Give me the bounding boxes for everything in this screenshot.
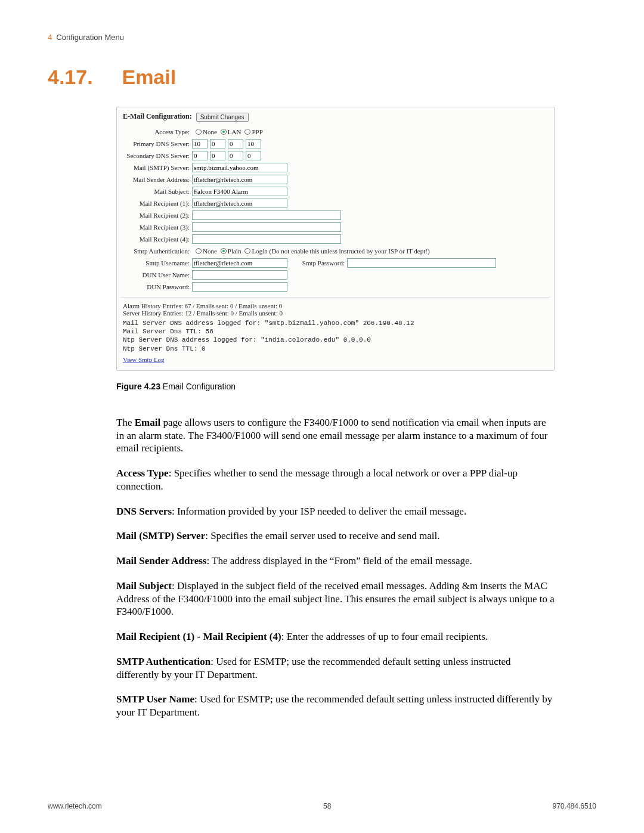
section-title: Email: [122, 66, 176, 88]
dun-user-input[interactable]: [192, 270, 287, 280]
dun-user-label: DUN User Name:: [123, 271, 192, 278]
dun-pass-input[interactable]: [192, 282, 287, 292]
smtp-auth-login-label: Login: [252, 247, 267, 255]
rcpt4-input[interactable]: [192, 234, 341, 244]
subject-label: Mail Subject:: [123, 188, 192, 195]
smtp-auth-plain-radio[interactable]: [221, 248, 227, 254]
p7-b: : Enter the addresses of up to four emai…: [281, 631, 488, 642]
smtp-auth-plain-label: Plain: [228, 247, 242, 255]
page-footer: www.rletech.com 58 970.484.6510: [48, 802, 596, 810]
alarm-history-status: Alarm History Entries: 67 / Emails sent:…: [123, 302, 548, 309]
access-type-none-radio[interactable]: [196, 129, 202, 135]
access-type-lan-radio[interactable]: [221, 129, 227, 135]
secondary-dns-3[interactable]: [228, 151, 243, 160]
view-smtp-log-link[interactable]: View Smtp Log: [123, 356, 165, 363]
server-history-status: Server History Entries: 12 / Emails sent…: [123, 309, 548, 317]
p5-b: : The address displayed in the “From” fi…: [206, 555, 472, 566]
smtp-server-input[interactable]: [192, 163, 287, 172]
smtp-pass-input[interactable]: [347, 258, 496, 268]
body-text: The Email page allows users to configure…: [116, 416, 555, 719]
rcpt1-input[interactable]: [192, 199, 287, 208]
dun-pass-label: DUN Password:: [123, 283, 192, 290]
rcpt4-label: Mail Recipient (4):: [123, 236, 192, 243]
smtp-user-input[interactable]: [192, 258, 287, 268]
p7-a: Mail Recipient (1) - Mail Recipient (4): [116, 631, 281, 642]
p4-a: Mail (SMTP) Server: [116, 530, 205, 541]
smtp-auth-login-radio[interactable]: [244, 248, 250, 254]
sender-label: Mail Sender Address:: [123, 176, 192, 183]
rcpt2-input[interactable]: [192, 210, 341, 220]
access-type-lan-label: LAN: [228, 128, 242, 135]
smtp-user-label: Smtp Username:: [123, 259, 192, 267]
rcpt3-label: Mail Recipient (3):: [123, 224, 192, 231]
smtp-auth-label: Smtp Authentication:: [123, 247, 192, 255]
p4-b: : Specifies the email server used to rec…: [205, 530, 439, 541]
primary-dns-label: Primary DNS Server:: [123, 140, 192, 147]
access-type-none-label: None: [203, 128, 217, 135]
p6-b: : Displayed in the subject field of the …: [116, 580, 555, 618]
footer-right: 970.484.6510: [553, 802, 596, 810]
primary-dns-1[interactable]: [192, 139, 208, 148]
chapter-number: 4: [48, 33, 52, 42]
section-heading: 4.17. Email: [48, 66, 596, 89]
subject-input[interactable]: [192, 187, 287, 196]
figure-label: Figure 4.23: [116, 382, 160, 391]
smtp-auth-none-label: None: [203, 247, 217, 255]
panel-title: E-Mail Configuration:: [123, 112, 192, 120]
smtp-auth-none-radio[interactable]: [196, 248, 202, 254]
p9-a: SMTP User Name: [116, 693, 194, 705]
chapter-title: Configuration Menu: [56, 33, 123, 42]
access-type-ppp-radio[interactable]: [244, 129, 250, 135]
figure-caption-text: Email Configuration: [163, 382, 236, 391]
rcpt3-input[interactable]: [192, 222, 341, 232]
smtp-server-label: Mail (SMTP) Server:: [123, 164, 192, 171]
p3-b: : Information provided by your ISP neede…: [172, 506, 466, 517]
primary-dns-4[interactable]: [246, 139, 261, 148]
p1-a: The: [116, 417, 135, 428]
primary-dns-3[interactable]: [228, 139, 243, 148]
p2-b: : Specifies whether to send the message …: [116, 467, 518, 492]
rcpt1-label: Mail Recipient (1):: [123, 200, 192, 207]
p2-a: Access Type: [116, 467, 169, 479]
p1-c: page allows users to configure the F3400…: [116, 417, 547, 454]
smtp-pass-label: Smtp Password:: [287, 259, 347, 267]
p5-a: Mail Sender Address: [116, 555, 206, 566]
sender-input[interactable]: [192, 175, 287, 184]
secondary-dns-2[interactable]: [210, 151, 225, 160]
footer-left: www.rletech.com: [48, 802, 102, 810]
submit-changes-button[interactable]: Submit Changes: [196, 113, 249, 122]
email-config-panel: E-Mail Configuration: Submit Changes Acc…: [116, 107, 555, 371]
secondary-dns-1[interactable]: [192, 151, 208, 160]
footer-center: 58: [323, 802, 331, 810]
secondary-dns-4[interactable]: [246, 151, 261, 160]
p6-a: Mail Subject: [116, 580, 172, 592]
dns-log-output: Mail Server DNS address logged for: "smt…: [123, 319, 548, 353]
access-type-ppp-label: PPP: [252, 128, 262, 135]
p3-a: DNS Servers: [116, 506, 172, 517]
rcpt2-label: Mail Recipient (2):: [123, 212, 192, 219]
section-number: 4.17.: [48, 66, 116, 89]
access-type-label: Access Type:: [123, 128, 192, 135]
secondary-dns-label: Secondary DNS Server:: [123, 152, 192, 159]
figure-caption: Figure 4.23 Email Configuration: [116, 382, 555, 391]
p1-b: Email: [135, 417, 160, 428]
p8-a: SMTP Authentication: [116, 656, 210, 667]
page-header: 4 Configuration Menu: [48, 33, 596, 42]
primary-dns-2[interactable]: [210, 139, 225, 148]
smtp-auth-note: (Do not enable this unless instructed by…: [269, 247, 429, 255]
